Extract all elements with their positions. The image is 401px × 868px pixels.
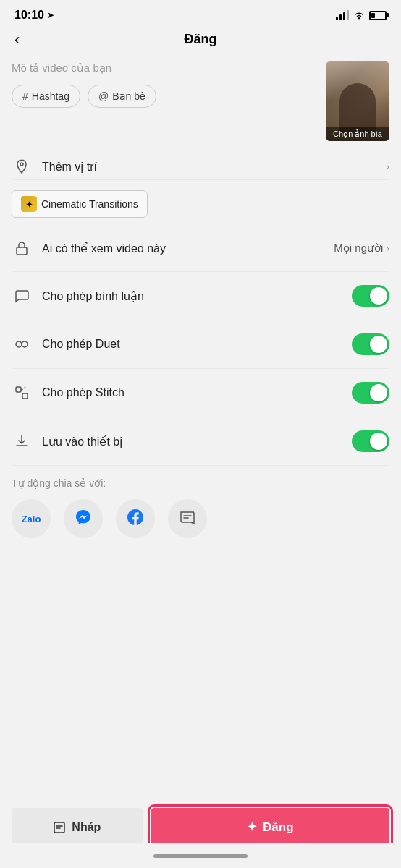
who-can-view-value: Mọi người › [334,242,389,255]
svg-point-2 [16,341,22,347]
message-icon [180,509,195,529]
header: ‹ Đăng [0,25,401,54]
status-time: 10:10 [14,9,44,22]
share-message-button[interactable] [168,499,207,538]
draft-icon [53,821,66,834]
hashtag-button[interactable]: # Hashtag [12,85,80,108]
page-title: Đăng [185,32,217,47]
post-icon: ✦ [247,820,257,835]
svg-rect-4 [16,387,21,392]
chevron-right-icon: › [386,161,389,172]
svg-rect-1 [17,247,27,255]
tag-buttons: # Hashtag @ Bạn bè [12,85,318,108]
save-device-label: Lưu vào thiết bị [42,435,352,448]
allow-comments-toggle[interactable] [352,285,389,307]
cover-select-label[interactable]: Chọn ảnh bìa [326,127,389,141]
thumbnail-box: Chọn ảnh bìa [326,61,389,141]
post-label: Đăng [263,820,294,835]
who-can-view-current: Mọi người [334,242,383,255]
svg-point-0 [358,18,360,20]
save-device-toggle[interactable] [352,430,389,452]
allow-stitch-label: Cho phép Stitch [42,386,352,399]
allow-duet-item[interactable]: Cho phép Duet [12,320,389,369]
back-button[interactable]: ‹ [14,30,20,49]
wifi-icon [353,11,365,20]
location-label: Thêm vị trí [42,160,386,174]
zalo-label: Zalo [22,514,41,524]
location-arrow-icon: ➤ [47,10,54,20]
svg-point-3 [22,341,28,347]
chevron-icon: › [386,242,389,254]
post-button[interactable]: ✦ Đăng [151,808,389,846]
cinematic-section: ✦ Cinematic Transitions [12,180,389,225]
location-icon [12,156,32,176]
lock-icon [12,238,32,258]
allow-duet-label: Cho phép Duet [42,338,352,351]
home-bar [153,854,248,858]
draft-label: Nháp [72,821,101,834]
facebook-icon [127,509,143,529]
description-placeholder[interactable]: Mô tả video của bạn [12,61,318,75]
download-icon [12,431,32,451]
status-icons [336,10,387,20]
allow-stitch-item[interactable]: Cho phép Stitch [12,369,389,417]
comment-icon [12,286,32,306]
video-desc-left: Mô tả video của bạn # Hashtag @ Bạn bè [12,61,318,108]
hashtag-icon: # [22,90,28,102]
cinematic-badge[interactable]: ✦ Cinematic Transitions [12,190,148,218]
share-facebook-button[interactable] [116,499,155,538]
home-indicator [0,843,401,868]
share-messenger-button[interactable] [64,499,103,538]
who-can-view-item[interactable]: Ai có thể xem video này Mọi người › [12,225,389,272]
share-zalo-button[interactable]: Zalo [12,499,51,538]
share-title: Tự động chia sẻ với: [12,477,389,489]
bottom-spacer [0,545,401,632]
svg-rect-5 [22,393,28,399]
friends-button[interactable]: @ Bạn bè [88,85,156,108]
divider-1 [12,150,389,150]
location-item[interactable]: Thêm vị trí › [12,153,389,180]
share-icons: Zalo [12,499,389,538]
friends-label: Bạn bè [112,90,145,102]
allow-stitch-toggle[interactable] [352,382,389,404]
duet-icon [12,334,32,354]
hashtag-label: Hashtag [32,90,69,102]
battery-icon [369,11,387,20]
draft-button[interactable]: Nháp [12,808,143,846]
status-bar: 10:10 ➤ [0,0,401,25]
share-section: Tự động chia sẻ với: Zalo [12,466,389,545]
cinematic-label: Cinematic Transitions [41,198,138,210]
main-content: Mô tả video của bạn # Hashtag @ Bạn bè C… [0,54,401,545]
allow-duet-toggle[interactable] [352,333,389,355]
location-right: › [386,161,389,172]
allow-comments-item[interactable]: Cho phép bình luận [12,272,389,320]
video-desc-section: Mô tả video của bạn # Hashtag @ Bạn bè C… [12,54,389,150]
cinematic-star-icon: ✦ [21,196,37,212]
allow-comments-label: Cho phép bình luận [42,289,352,303]
stitch-icon [12,383,32,403]
messenger-icon [75,509,92,529]
at-icon: @ [98,90,109,102]
who-can-view-label: Ai có thể xem video này [42,242,334,255]
svg-rect-10 [54,822,64,833]
signal-icon [336,10,349,20]
save-device-item[interactable]: Lưu vào thiết bị [12,417,389,466]
